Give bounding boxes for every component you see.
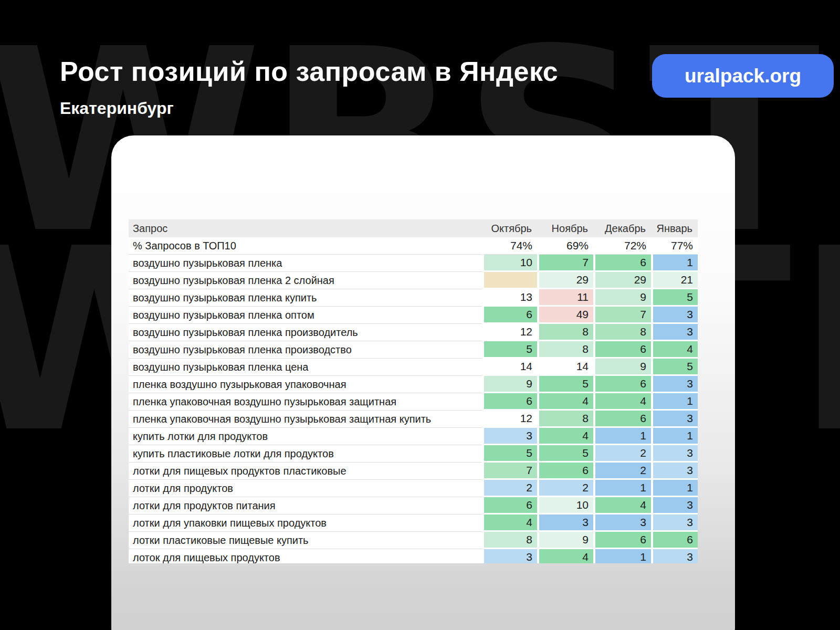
value-cell: 6: [482, 307, 537, 324]
query-cell: лоток для пищевых продуктов: [129, 549, 482, 563]
site-badge[interactable]: uralpack.org: [652, 54, 834, 98]
value-cell: 2: [593, 445, 651, 463]
table-header-row: Запрос Октябрь Ноябрь Декабрь Январь: [129, 219, 698, 237]
table-row: воздушно пузырьковая пленка 10 7 6 1: [129, 255, 698, 272]
value-cell: 12: [482, 411, 537, 428]
value-cell: 3: [651, 463, 698, 480]
value-cell: 3: [651, 307, 698, 324]
value-cell: [482, 272, 537, 289]
content-card: Запрос Октябрь Ноябрь Декабрь Январь % З…: [111, 135, 735, 630]
summary-value: 69%: [537, 237, 593, 255]
query-cell: купить лотки для продуктов: [129, 428, 482, 445]
table-row: лотки для пищевых продуктов пластиковые …: [129, 463, 698, 480]
value-cell: 6: [593, 255, 651, 272]
value-cell: 14: [537, 359, 593, 376]
table-row: лотки пластиковые пищевые купить 8 9 6 6: [129, 532, 698, 549]
value-cell: 5: [482, 445, 537, 463]
summary-value: 77%: [651, 237, 698, 255]
table-row: лотки для продуктов питания 6 10 4 3: [129, 497, 698, 514]
summary-row: % Запросов в ТОП10 74% 69% 72% 77%: [129, 237, 698, 255]
summary-label: % Запросов в ТОП10: [129, 237, 482, 255]
value-cell: 29: [537, 272, 593, 289]
value-cell: 13: [482, 289, 537, 307]
query-cell: пленка упаковочная воздушно пузырьковая …: [129, 411, 482, 428]
column-header-december: Декабрь: [593, 219, 651, 237]
slide-background: WBSTR WBSTR Рост позиций по запросам в Я…: [0, 0, 840, 630]
table-row: пленка воздушно пузырьковая упаковочная …: [129, 376, 698, 393]
value-cell: 1: [651, 480, 698, 497]
value-cell: 11: [537, 289, 593, 307]
value-cell: 6: [593, 411, 651, 428]
value-cell: 3: [482, 428, 537, 445]
summary-value: 72%: [593, 237, 651, 255]
value-cell: 8: [593, 324, 651, 341]
table-row: пленка упаковочная воздушно пузырьковая …: [129, 393, 698, 411]
value-cell: 49: [537, 307, 593, 324]
value-cell: 8: [537, 341, 593, 359]
value-cell: 9: [593, 289, 651, 307]
table-row: воздушно пузырьковая пленка производител…: [129, 324, 698, 341]
query-cell: пленка воздушно пузырьковая упаковочная: [129, 376, 482, 393]
value-cell: 1: [651, 255, 698, 272]
table-row: воздушно пузырьковая пленка оптом 6 49 7…: [129, 307, 698, 324]
value-cell: 12: [482, 324, 537, 341]
column-header-query: Запрос: [129, 219, 482, 237]
value-cell: 4: [651, 341, 698, 359]
query-cell: воздушно пузырьковая пленка производство: [129, 341, 482, 359]
value-cell: 6: [537, 463, 593, 480]
query-cell: пленка упаковочная воздушно пузырьковая …: [129, 393, 482, 411]
summary-value: 74%: [482, 237, 537, 255]
value-cell: 3: [651, 497, 698, 514]
query-cell: купить пластиковые лотки для продуктов: [129, 445, 482, 463]
value-cell: 6: [651, 532, 698, 549]
value-cell: 9: [593, 359, 651, 376]
value-cell: 4: [593, 497, 651, 514]
query-cell: воздушно пузырьковая пленка производител…: [129, 324, 482, 341]
query-cell: лотки для продуктов: [129, 480, 482, 497]
column-header-october: Октябрь: [482, 219, 537, 237]
positions-table: Запрос Октябрь Ноябрь Декабрь Январь % З…: [129, 219, 698, 563]
query-cell: лотки для пищевых продуктов пластиковые: [129, 463, 482, 480]
table-row: пленка упаковочная воздушно пузырьковая …: [129, 411, 698, 428]
value-cell: 1: [593, 428, 651, 445]
table-row: воздушно пузырьковая пленка 2 слойная 29…: [129, 272, 698, 289]
value-cell: 10: [482, 255, 537, 272]
query-cell: воздушно пузырьковая пленка купить: [129, 289, 482, 307]
value-cell: 5: [482, 341, 537, 359]
table-row: лотки для продуктов 2 2 1 1: [129, 480, 698, 497]
value-cell: 4: [593, 393, 651, 411]
value-cell: 2: [593, 463, 651, 480]
table-row: купить пластиковые лотки для продуктов 5…: [129, 445, 698, 463]
value-cell: 21: [651, 272, 698, 289]
value-cell: 3: [482, 549, 537, 563]
page-subtitle: Екатеринбург: [60, 99, 174, 118]
table-body: воздушно пузырьковая пленка 10 7 6 1 воз…: [129, 255, 698, 563]
query-cell: лотки для продуктов питания: [129, 497, 482, 514]
value-cell: 3: [651, 324, 698, 341]
value-cell: 1: [651, 428, 698, 445]
value-cell: 5: [537, 376, 593, 393]
value-cell: 8: [482, 532, 537, 549]
value-cell: 6: [593, 341, 651, 359]
table-row: воздушно пузырьковая пленка купить 13 11…: [129, 289, 698, 307]
value-cell: 9: [482, 376, 537, 393]
query-cell: воздушно пузырьковая пленка: [129, 255, 482, 272]
page-title: Рост позиций по запросам в Яндекс: [60, 56, 558, 87]
query-cell: воздушно пузырьковая пленка оптом: [129, 307, 482, 324]
query-cell: воздушно пузырьковая пленка 2 слойная: [129, 272, 482, 289]
value-cell: 29: [593, 272, 651, 289]
value-cell: 3: [651, 445, 698, 463]
value-cell: 3: [651, 549, 698, 563]
value-cell: 7: [593, 307, 651, 324]
table-row: воздушно пузырьковая пленка производство…: [129, 341, 698, 359]
value-cell: 5: [651, 359, 698, 376]
table-row: купить лотки для продуктов 3 4 1 1: [129, 428, 698, 445]
value-cell: 3: [593, 514, 651, 532]
value-cell: 10: [537, 497, 593, 514]
value-cell: 14: [482, 359, 537, 376]
query-cell: лотки для упаковки пищевых продуктов: [129, 514, 482, 532]
value-cell: 2: [482, 480, 537, 497]
value-cell: 1: [593, 549, 651, 563]
value-cell: 2: [537, 480, 593, 497]
table-row: воздушно пузырьковая пленка цена 14 14 9…: [129, 359, 698, 376]
